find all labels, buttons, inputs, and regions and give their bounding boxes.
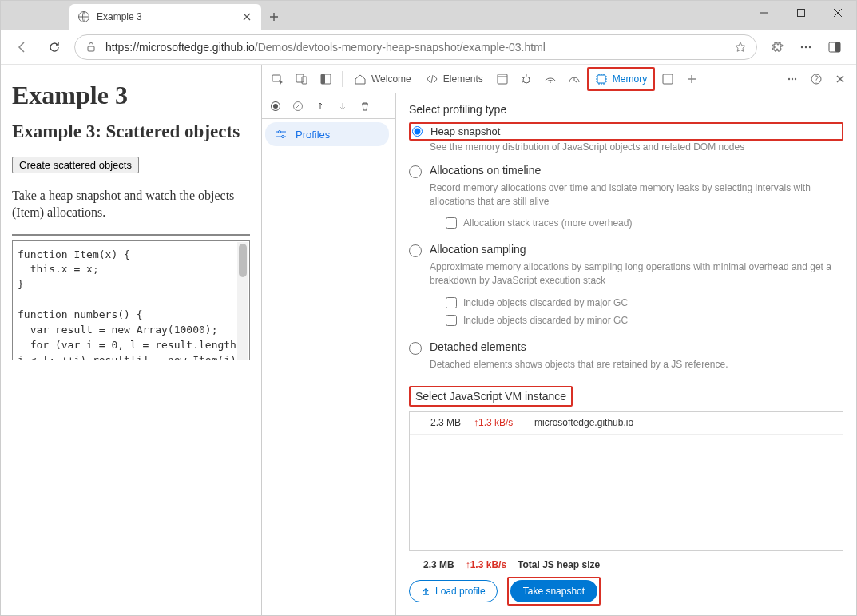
- device-icon[interactable]: [291, 68, 313, 90]
- sliders-icon: [275, 128, 288, 141]
- svg-point-18: [792, 77, 793, 79]
- clear-button[interactable]: [289, 97, 307, 115]
- inspect-icon[interactable]: [267, 68, 289, 90]
- network-icon[interactable]: [539, 68, 561, 90]
- back-button[interactable]: [10, 35, 34, 59]
- svg-point-22: [273, 104, 278, 109]
- close-tab-icon[interactable]: [240, 10, 253, 23]
- tab-title: Example 3: [97, 11, 234, 22]
- svg-rect-12: [321, 74, 325, 84]
- tab-welcome[interactable]: Welcome: [347, 68, 418, 90]
- svg-rect-9: [296, 74, 304, 82]
- help-icon[interactable]: [805, 68, 827, 90]
- new-tab-button[interactable]: [261, 4, 287, 30]
- svg-point-4: [805, 46, 807, 47]
- address-bar: https://microsoftedge.github.io/Demos/de…: [1, 30, 856, 65]
- application-icon[interactable]: [491, 68, 514, 90]
- dock-icon[interactable]: [315, 68, 337, 90]
- memory-main: Select profiling type Heap snapshot See …: [396, 93, 856, 615]
- upload-icon: [421, 586, 430, 596]
- timeline-desc: Record memory allocations over time and …: [430, 181, 843, 209]
- close-devtools-icon[interactable]: [829, 68, 851, 90]
- sampling-desc: Approximate memory allocations by sampli…: [430, 260, 843, 288]
- heap-snapshot-label[interactable]: Heap snapshot: [430, 125, 500, 137]
- import-button[interactable]: [334, 97, 351, 115]
- favorite-icon[interactable]: [734, 41, 747, 54]
- home-icon: [354, 73, 367, 85]
- refresh-button[interactable]: [42, 35, 66, 59]
- svg-point-25: [282, 136, 284, 138]
- detached-radio[interactable]: [409, 342, 422, 355]
- memory-toolbar: [262, 93, 395, 119]
- menu-button[interactable]: [794, 35, 818, 59]
- record-button[interactable]: [267, 97, 284, 115]
- timeline-radio[interactable]: [409, 165, 422, 178]
- vm-instance-table: 2.3 MB ↑1.3 kB/s microsoftedge.github.io: [409, 411, 843, 551]
- url-text: https://microsoftedge.github.io/Demos/de…: [105, 41, 726, 54]
- svg-point-14: [523, 77, 530, 83]
- svg-point-19: [795, 77, 796, 79]
- close-window-button[interactable]: [819, 1, 856, 25]
- svg-point-17: [788, 77, 790, 79]
- vm-host: microsoftedge.github.io: [534, 417, 633, 428]
- vm-size: 2.3 MB: [418, 417, 461, 428]
- svg-point-3: [801, 46, 803, 47]
- address-field[interactable]: https://microsoftedge.github.io/Demos/de…: [74, 34, 757, 60]
- footer-stats: 2.3 MB ↑1.3 kB/s Total JS heap size: [423, 559, 843, 570]
- sampling-radio[interactable]: [409, 244, 422, 257]
- devtools-panel: Welcome Elements Memory: [261, 65, 856, 615]
- detached-desc: Detached elements shows objects that are…: [430, 358, 843, 372]
- tab-memory[interactable]: Memory: [587, 67, 655, 91]
- sampling-check-minor[interactable]: [446, 315, 457, 326]
- add-tab-icon[interactable]: [680, 68, 703, 90]
- tab-elements[interactable]: Elements: [419, 68, 490, 90]
- svg-rect-16: [663, 74, 673, 84]
- code-textarea[interactable]: function Item(x) { this.x = x; } functio…: [12, 240, 250, 360]
- sidebar-toggle-button[interactable]: [823, 35, 847, 59]
- svg-rect-15: [597, 75, 605, 83]
- delete-button[interactable]: [356, 97, 374, 115]
- svg-rect-1: [798, 10, 805, 17]
- page-h1: Example 3: [12, 81, 250, 110]
- heap-snapshot-highlight: Heap snapshot: [409, 122, 843, 141]
- svg-rect-2: [88, 46, 94, 51]
- minimize-button[interactable]: [746, 1, 783, 25]
- plus-icon: [268, 10, 280, 23]
- window-titlebar: Example 3: [1, 1, 856, 30]
- load-profile-button[interactable]: Load profile: [409, 580, 498, 602]
- maximize-button[interactable]: [783, 1, 819, 25]
- detached-label[interactable]: Detached elements: [430, 340, 526, 353]
- browser-tab[interactable]: Example 3: [69, 4, 261, 30]
- sampling-label[interactable]: Allocation sampling: [430, 243, 526, 256]
- footer-rate: ↑1.3 kB/s: [466, 559, 506, 570]
- debugger-icon[interactable]: [515, 68, 538, 90]
- create-scattered-objects-button[interactable]: Create scattered objects: [12, 157, 139, 173]
- page-instruction: Take a heap snapshot and watch the objec…: [12, 188, 250, 221]
- svg-rect-13: [498, 74, 507, 84]
- export-button[interactable]: [311, 97, 329, 115]
- vm-instance-row[interactable]: 2.3 MB ↑1.3 kB/s microsoftedge.github.io: [410, 412, 843, 435]
- code-icon: [426, 73, 438, 85]
- take-snapshot-button[interactable]: Take snapshot: [510, 580, 597, 602]
- timeline-check[interactable]: [446, 217, 457, 229]
- more-tabs-icon[interactable]: [657, 68, 679, 90]
- performance-icon[interactable]: [563, 68, 585, 90]
- footer-size: 2.3 MB: [423, 559, 454, 570]
- select-profiling-type-title: Select profiling type: [409, 103, 843, 116]
- profiles-item[interactable]: Profiles: [265, 122, 389, 146]
- svg-rect-10: [302, 77, 307, 84]
- footer-label: Total JS heap size: [518, 559, 600, 570]
- devtools-tabstrip: Welcome Elements Memory: [262, 65, 856, 93]
- take-snapshot-highlight: Take snapshot: [507, 577, 601, 606]
- heap-snapshot-radio[interactable]: [412, 126, 423, 137]
- svg-point-24: [279, 131, 281, 133]
- timeline-label[interactable]: Allocations on timeline: [430, 164, 541, 177]
- vm-rate: ↑1.3 kB/s: [474, 417, 522, 428]
- scrollbar-thumb[interactable]: [239, 244, 247, 277]
- more-options-icon[interactable]: [781, 68, 803, 90]
- extensions-button[interactable]: [765, 35, 789, 59]
- sampling-check-major[interactable]: [446, 297, 457, 308]
- scrollbar[interactable]: [237, 242, 248, 360]
- page-h2: Example 3: Scattered objects: [12, 121, 250, 142]
- globe-icon: [77, 10, 90, 23]
